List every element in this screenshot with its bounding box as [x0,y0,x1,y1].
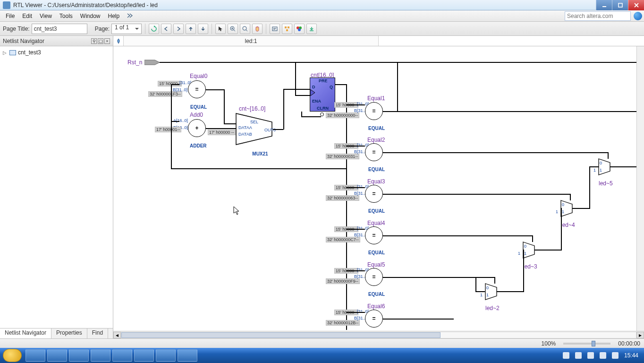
taskbar-item[interactable] [134,349,154,362]
svg-rect-5 [285,26,287,28]
sidebar-close-icon[interactable]: × [104,38,110,44]
menu-window[interactable]: Window [76,12,104,20]
op-equal4[interactable]: = [365,226,383,244]
globe-icon[interactable] [634,12,642,20]
mm2-1: 1 [486,293,489,297]
zoom-in-button[interactable] [228,24,238,34]
op-equal0[interactable]: = [188,80,206,98]
canvas-area: led:1 Rst_n Equal0 15' h0000-- [31..0] 3… [113,36,644,338]
op-equal2[interactable]: = [365,143,383,161]
zoom-fit-button[interactable] [240,24,250,34]
horizontal-scrollbar[interactable]: ◂ ▸ [113,331,644,338]
tray-icon[interactable] [575,352,582,359]
sidebar-float-icon[interactable]: ▢ [98,38,103,44]
export-button[interactable] [306,24,317,34]
mm4-1: 1 [562,209,564,214]
op-equal3[interactable]: = [365,185,383,203]
tab-netlist-navigator[interactable]: Netlist Navigator [0,328,51,338]
svg-rect-6 [288,26,289,28]
document-tab[interactable]: led:1 [124,36,379,46]
tray-icon[interactable] [587,352,594,359]
taskbar-item[interactable] [156,349,176,362]
pin-icon[interactable] [113,36,124,46]
mm2-1pre: 1 [480,293,483,297]
label-equal2: Equal2 [367,137,385,143]
sidebar-header: Netlist Navigator ⚲ ▢ × [0,36,113,46]
search-input[interactable] [565,11,631,21]
taskbar-item[interactable] [91,349,110,362]
taskbar-item[interactable] [69,349,89,362]
window-title: RTL Viewer - C:/Users/Administrator/Desk… [13,2,596,9]
const-17h1: 17' h00001-- [155,127,181,132]
const-e6-b: 32' h0000012B-- [326,320,360,326]
vertical-scrollbar[interactable] [636,46,644,331]
register-cnt[interactable]: PRE D Q ENA CLRN [310,78,335,112]
mm5-0: 0 [600,161,602,165]
menu-help[interactable]: Help [104,12,124,20]
taskbar-item[interactable] [178,349,197,362]
mm4-0: 0 [562,202,564,207]
menu-file[interactable]: File [2,12,18,20]
tab-find[interactable]: Find [87,328,108,338]
page-combo[interactable]: 1 of 1 [111,24,142,34]
tree-root-label: cnt_test3 [18,49,41,56]
zoom-slider[interactable] [563,343,610,345]
tab-properties[interactable]: Properties [51,328,87,338]
op-equal6[interactable]: = [365,310,383,328]
zoom-label: 100% [542,340,556,347]
menu-view[interactable]: View [36,12,56,20]
pointer-tool[interactable] [215,24,226,34]
tray-icon[interactable] [612,352,619,359]
clock[interactable]: 15:44 [624,352,638,359]
close-button[interactable] [628,0,644,10]
taskbar-item[interactable] [25,349,45,362]
netlist-options-button[interactable] [282,24,292,34]
sidebar-pin-icon[interactable]: ⚲ [91,38,97,44]
menu-edit[interactable]: Edit [18,12,36,20]
scroll-thumb[interactable] [121,332,441,338]
back-button[interactable] [161,24,171,34]
label-equal3: Equal3 [367,178,385,185]
schematic-canvas[interactable]: Rst_n Equal0 15' h0000-- [31..0] 32' h00… [113,46,644,331]
scroll-right-button[interactable]: ▸ [636,332,644,338]
svg-rect-7 [286,29,288,31]
color-options-button[interactable] [294,24,305,34]
menu-tools[interactable]: Tools [56,12,76,20]
tray-icon[interactable] [563,352,569,359]
main-area: Netlist Navigator ⚲ ▢ × ▷ cnt_test3 Netl… [0,36,644,338]
tray-icon[interactable] [600,352,606,359]
page-title-label: Page Title: [3,26,30,32]
find-button[interactable] [270,24,280,34]
op-equal5[interactable]: = [365,268,383,286]
maximize-button[interactable] [612,0,628,10]
start-button[interactable] [3,349,22,362]
type-adder: ADDER [190,143,207,148]
refresh-button[interactable] [149,24,159,34]
taskbar-item[interactable] [112,349,132,362]
page-title-field[interactable] [32,24,87,34]
up-hierarchy-button[interactable] [186,24,196,34]
sidebar-title: Netlist Navigator [3,38,44,44]
down-hierarchy-button[interactable] [198,24,208,34]
scroll-left-button[interactable]: ◂ [113,332,121,338]
mm3-1pre: 1 [518,251,520,256]
clrn-bubble [320,112,324,116]
tree-expander-icon[interactable]: ▷ [3,50,8,55]
mm5-1: 1 [600,168,602,173]
op-add0[interactable]: + [188,119,206,137]
svg-point-3 [243,26,246,30]
hand-tool[interactable] [252,24,263,34]
net-rst-label: Rst_n [127,59,142,66]
op-equal1[interactable]: = [365,102,383,120]
system-tray: 15:44 [563,352,641,359]
mm2-0: 0 [486,285,489,290]
tree[interactable]: ▷ cnt_test3 [0,46,113,328]
minimize-button[interactable] [596,0,612,10]
menu-overflow-icon[interactable] [123,11,136,20]
scroll-track[interactable] [121,332,636,338]
taskbar-item[interactable] [47,349,67,362]
forward-button[interactable] [173,24,184,34]
app-icon [3,1,10,9]
type-equal1: EQUAL [368,126,385,131]
tree-root-item[interactable]: ▷ cnt_test3 [3,49,110,56]
